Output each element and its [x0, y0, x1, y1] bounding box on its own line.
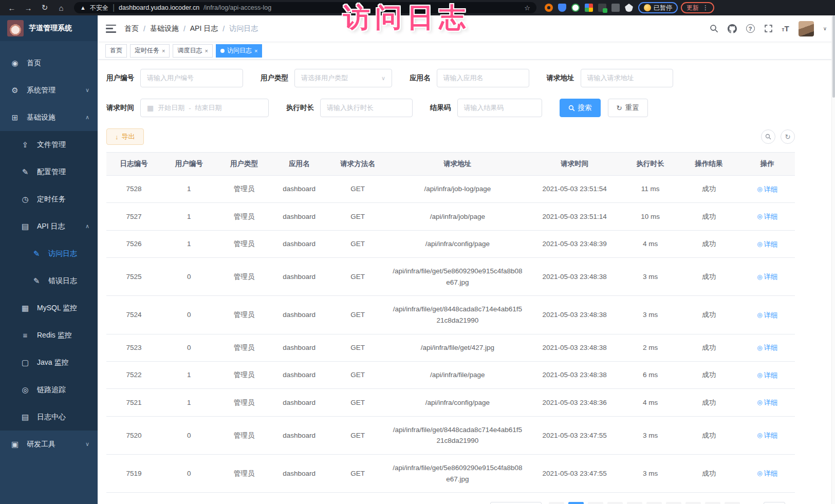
search-icon[interactable]	[710, 24, 718, 33]
address-bar[interactable]: ▲ 不安全 | dashboard.yudao.iocoder.cn /infr…	[74, 2, 536, 13]
goto-page-input[interactable]	[764, 502, 785, 504]
fullscreen-icon[interactable]	[764, 24, 773, 33]
avatar[interactable]	[799, 21, 814, 36]
reset-button[interactable]: ↻ 重置	[608, 99, 648, 117]
sidebar-item-link-trace[interactable]: ◎ 链路追踪	[0, 376, 98, 403]
sidebar-item-home[interactable]: ◉ 首页	[0, 49, 98, 77]
extension-icon-1[interactable]	[545, 4, 553, 12]
next-page-button[interactable]: ›	[725, 502, 740, 504]
sidebar: 芋道管理系统 ◉ 首页 ⚙ 系统管理 ∨ ⊞ 基础设施 ∧ ⇪ 文件管理	[0, 15, 98, 504]
sidebar-item-dev-tools[interactable]: ▣ 研发工具 ∨	[0, 431, 98, 458]
dashboard-icon: ◉	[10, 59, 20, 68]
active-dot	[220, 49, 225, 53]
sidebar-item-mysql-monitor[interactable]: ▦ MySQL 监控	[0, 294, 98, 322]
detail-link[interactable]: ◎详细	[757, 271, 777, 283]
detail-link[interactable]: ◎详细	[757, 397, 777, 408]
scrollbar-thumb[interactable]	[832, 15, 835, 98]
close-icon[interactable]: ×	[205, 48, 208, 54]
app-logo[interactable]: 芋道管理系统	[0, 15, 98, 41]
detail-link[interactable]: ◎详细	[757, 370, 777, 381]
extension-icon-5[interactable]	[598, 4, 606, 12]
detail-link[interactable]: ◎详细	[757, 468, 777, 479]
request-url-input[interactable]: 请输入请求地址	[581, 69, 673, 87]
page-size-select[interactable]: 10条/页 ∨	[490, 502, 542, 504]
eye-icon: ◎	[757, 398, 762, 407]
search-button[interactable]: 搜索	[560, 99, 601, 117]
sidebar-item-config-manage[interactable]: ✎ 配置管理	[0, 158, 98, 185]
close-icon[interactable]: ×	[254, 48, 257, 54]
tab-home[interactable]: 首页	[105, 44, 127, 58]
page-button-753[interactable]: 753	[705, 502, 720, 504]
eye-icon: ◎	[757, 239, 762, 249]
sidebar-item-system[interactable]: ⚙ 系统管理 ∨	[0, 77, 98, 104]
result-code-input[interactable]: 请输入结果码	[457, 99, 542, 117]
monitor-icon: ▢	[21, 358, 30, 367]
sidebar-item-infra[interactable]: ⊞ 基础设施 ∧	[0, 104, 98, 131]
browser-menu-icon[interactable]: ⋮	[702, 4, 709, 11]
detail-link[interactable]: ◎详细	[757, 211, 777, 222]
breadcrumb-infra[interactable]: 基础设施	[150, 24, 179, 33]
bookmark-star-icon[interactable]: ☆	[524, 4, 530, 12]
prev-page-button[interactable]: ‹	[549, 502, 564, 504]
eye-icon: ◎	[757, 469, 762, 478]
extension-icon-4[interactable]	[585, 4, 593, 12]
user-type-select[interactable]: 请选择用户类型 ∨	[294, 69, 392, 87]
chevron-down-icon[interactable]: ∨	[823, 26, 827, 31]
browser-update-button[interactable]: 更新 ⋮	[681, 2, 714, 13]
sidebar-item-api-log[interactable]: ▤ API 日志 ∧	[0, 213, 98, 240]
request-url-label: 请求地址	[547, 73, 574, 83]
page-button-5[interactable]: 5	[646, 502, 662, 504]
font-size-icon[interactable]: тT	[782, 24, 789, 33]
extension-icon-3[interactable]	[571, 4, 580, 12]
sidebar-item-scheduled-jobs[interactable]: ◷ 定时任务	[0, 185, 98, 213]
github-icon[interactable]	[728, 24, 737, 33]
browser-forward-icon[interactable]: →	[22, 4, 35, 12]
tab-scheduled-jobs[interactable]: 定时任务 ×	[130, 44, 170, 58]
sidebar-item-error-log[interactable]: ✎ 错误日志	[0, 267, 98, 294]
browser-back-icon[interactable]: ←	[5, 4, 18, 12]
page-button-4[interactable]: 4	[627, 502, 642, 504]
profile-avatar-icon	[644, 4, 651, 11]
sidebar-item-file-manage[interactable]: ⇪ 文件管理	[0, 131, 98, 158]
detail-link[interactable]: ◎详细	[757, 239, 777, 250]
detail-link[interactable]: ◎详细	[757, 184, 777, 195]
close-icon[interactable]: ×	[162, 48, 165, 54]
detail-link[interactable]: ◎详细	[757, 342, 777, 353]
help-icon[interactable]: ?	[746, 24, 755, 33]
detail-link[interactable]: ◎详细	[757, 310, 777, 321]
hamburger-icon[interactable]	[106, 25, 116, 33]
page-button-3[interactable]: 3	[607, 502, 623, 504]
tab-schedule-log[interactable]: 调度日志 ×	[173, 44, 212, 58]
extension-icon-2[interactable]	[558, 4, 566, 12]
chevron-down-icon: ∨	[85, 441, 89, 447]
upload-icon: ⇪	[21, 140, 30, 150]
infra-submenu: ⇪ 文件管理 ✎ 配置管理 ◷ 定时任务 ▤ API 日志 ∧ ✎	[0, 131, 98, 431]
browser-home-icon[interactable]: ⌂	[54, 4, 68, 12]
breadcrumb-api-log[interactable]: API 日志	[190, 24, 218, 33]
page-button-2[interactable]: 2	[588, 502, 603, 504]
export-button[interactable]: ↓ 导出	[106, 128, 144, 145]
user-id-input[interactable]: 请输入用户编号	[140, 69, 243, 87]
sidebar-item-redis-monitor[interactable]: ≡ Redis 监控	[0, 322, 98, 349]
database-icon: ▦	[21, 304, 30, 313]
sidebar-item-log-center[interactable]: ▤ 日志中心	[0, 403, 98, 431]
extension-icon-6[interactable]	[611, 4, 620, 12]
toggle-search-icon[interactable]	[761, 129, 775, 144]
page-button-1[interactable]: 1	[568, 502, 584, 504]
extension-icon-7[interactable]	[625, 4, 633, 12]
window-scrollbar[interactable]	[831, 15, 835, 504]
browser-reload-icon[interactable]: ↻	[38, 3, 51, 12]
app-name-input[interactable]: 请输入应用名	[437, 69, 529, 87]
tab-access-log[interactable]: 访问日志 ×	[216, 44, 262, 58]
sidebar-item-java-monitor[interactable]: ▢ Java 监控	[0, 349, 98, 376]
request-time-range-picker[interactable]: ▦ 开始日期 - 结束日期	[140, 99, 269, 117]
detail-link[interactable]: ◎详细	[757, 430, 777, 441]
chevron-down-icon: ∨	[85, 87, 89, 94]
refresh-icon[interactable]: ↻	[781, 129, 795, 144]
duration-input[interactable]: 请输入执行时长	[320, 99, 413, 117]
sidebar-item-access-log[interactable]: ✎ 访问日志	[0, 240, 98, 267]
page-button-6[interactable]: 6	[666, 502, 681, 504]
profile-paused-badge[interactable]: 已暂停	[638, 2, 678, 13]
page-ellipsis[interactable]: ···	[685, 502, 701, 504]
breadcrumb-home[interactable]: 首页	[124, 24, 139, 33]
